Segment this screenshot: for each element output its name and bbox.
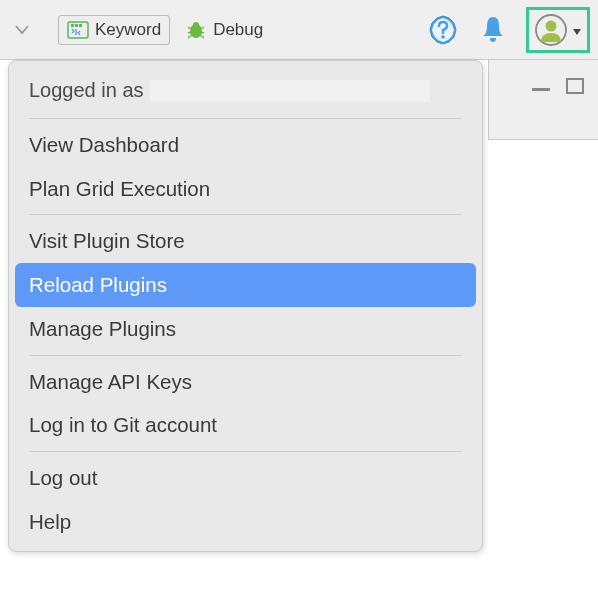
keyword-button[interactable]: Keyword (58, 15, 170, 45)
minimize-icon (532, 78, 550, 92)
menu-item-log-in-to-git-account[interactable]: Log in to Git account (15, 403, 476, 447)
keyword-icon (67, 21, 89, 39)
avatar-icon (535, 14, 567, 46)
menu-item-plan-grid-execution[interactable]: Plan Grid Execution (15, 167, 476, 211)
username-value (150, 80, 430, 102)
menu-item-visit-plugin-store[interactable]: Visit Plugin Store (15, 219, 476, 263)
debug-button[interactable]: Debug (176, 15, 272, 45)
chevron-down-icon (15, 25, 29, 35)
svg-point-8 (546, 20, 557, 31)
caret-down-icon (573, 21, 581, 39)
toolbar: Keyword Debug (0, 0, 598, 60)
svg-rect-2 (75, 24, 78, 27)
svg-rect-10 (567, 79, 583, 93)
toolbar-dropdown-arrow[interactable] (8, 14, 36, 46)
keyword-label: Keyword (95, 20, 161, 40)
help-icon (426, 13, 460, 47)
menu-item-log-out[interactable]: Log out (15, 456, 476, 500)
content-area (488, 140, 598, 600)
sidebar-tab-icons (488, 60, 598, 140)
svg-rect-9 (532, 88, 550, 91)
menu-logged-in-header: Logged in as (15, 69, 476, 114)
menu-item-manage-plugins[interactable]: Manage Plugins (15, 307, 476, 351)
svg-rect-3 (79, 24, 82, 27)
svg-rect-1 (71, 24, 74, 27)
bug-icon (185, 20, 207, 40)
svg-point-5 (193, 22, 199, 28)
menu-item-manage-api-keys[interactable]: Manage API Keys (15, 360, 476, 404)
menu-separator (29, 214, 462, 215)
restore-icon (566, 78, 584, 94)
avatar-button[interactable] (526, 7, 590, 53)
help-button[interactable] (426, 13, 460, 47)
menu-separator (29, 118, 462, 119)
menu-item-help[interactable]: Help (15, 500, 476, 544)
debug-label: Debug (213, 20, 263, 40)
svg-point-6 (441, 35, 445, 39)
menu-item-view-dashboard[interactable]: View Dashboard (15, 123, 476, 167)
menu-separator (29, 451, 462, 452)
menu-separator (29, 355, 462, 356)
menu-item-reload-plugins[interactable]: Reload Plugins (15, 263, 476, 307)
logged-in-as-label: Logged in as (29, 79, 144, 102)
user-dropdown-menu: Logged in as View DashboardPlan Grid Exe… (8, 60, 483, 552)
bell-icon (478, 14, 508, 46)
minimize-view-button[interactable] (532, 78, 550, 92)
restore-view-button[interactable] (566, 78, 584, 94)
notifications-button[interactable] (478, 14, 508, 46)
